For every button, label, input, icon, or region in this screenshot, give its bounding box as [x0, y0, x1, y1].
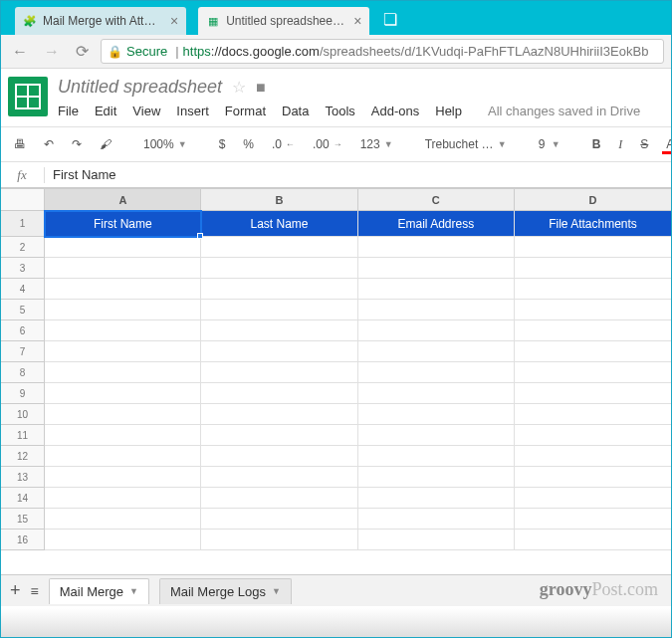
row-header[interactable]: 8 [1, 362, 45, 383]
bold-button[interactable]: B [588, 135, 605, 153]
cell[interactable] [515, 258, 672, 279]
redo-button[interactable]: ↷ [68, 135, 86, 153]
menu-edit[interactable]: Edit [95, 104, 116, 118]
cell[interactable] [357, 237, 514, 258]
cell[interactable] [357, 341, 514, 362]
star-icon[interactable]: ☆ [232, 78, 246, 97]
cell[interactable] [515, 446, 672, 467]
cell[interactable] [45, 446, 201, 467]
row-header[interactable]: 3 [1, 258, 45, 279]
cell[interactable] [45, 509, 201, 530]
row-header[interactable]: 6 [1, 320, 45, 341]
header-cell[interactable]: File Attachments [515, 211, 672, 237]
cell[interactable] [45, 279, 201, 300]
cell[interactable] [45, 488, 201, 509]
cell[interactable] [357, 425, 514, 446]
menu-data[interactable]: Data [282, 104, 309, 118]
row-header[interactable]: 5 [1, 300, 45, 320]
cell[interactable] [357, 362, 514, 383]
header-cell[interactable]: First Name [45, 211, 201, 237]
zoom-dropdown[interactable]: 100%▼ [139, 135, 191, 153]
menu-insert[interactable]: Insert [176, 104, 209, 118]
reload-button[interactable]: ⟳ [72, 42, 93, 61]
cell[interactable] [515, 341, 672, 362]
cell[interactable] [201, 279, 357, 300]
undo-button[interactable]: ↶ [40, 135, 58, 153]
cell[interactable] [515, 279, 672, 300]
row-header[interactable]: 2 [1, 237, 45, 258]
column-header[interactable]: B [201, 189, 357, 211]
cell[interactable] [515, 320, 672, 341]
sheets-logo-icon[interactable] [8, 77, 48, 116]
chevron-down-icon[interactable]: ▼ [272, 586, 281, 596]
strikethrough-button[interactable]: S [636, 135, 652, 153]
cell[interactable] [201, 300, 357, 320]
cell[interactable] [201, 404, 357, 425]
doc-title[interactable]: Untitled spreadsheet [58, 77, 222, 98]
cell[interactable] [357, 320, 514, 341]
folder-icon[interactable]: ■ [256, 79, 266, 97]
cell[interactable] [357, 258, 514, 279]
text-color-button[interactable]: A [662, 135, 672, 154]
cell[interactable] [45, 383, 201, 404]
menu-help[interactable]: Help [435, 104, 462, 118]
increase-decimal-button[interactable]: .00→ [309, 135, 346, 153]
cell[interactable] [45, 425, 201, 446]
row-header[interactable]: 9 [1, 383, 45, 404]
italic-button[interactable]: I [614, 135, 626, 154]
row-header[interactable]: 11 [1, 425, 45, 446]
font-dropdown[interactable]: Trebuchet …▼ [421, 135, 511, 153]
cell[interactable] [45, 467, 201, 488]
cell[interactable] [515, 362, 672, 383]
chevron-down-icon[interactable]: ▼ [129, 586, 138, 596]
more-formats-dropdown[interactable]: 123▼ [356, 135, 397, 153]
font-size-dropdown[interactable]: 9▼ [535, 135, 564, 153]
print-button[interactable]: 🖶 [10, 135, 30, 153]
cell[interactable] [45, 320, 201, 341]
row-header[interactable]: 16 [1, 530, 45, 550]
cell[interactable] [201, 509, 357, 530]
cell[interactable] [201, 425, 357, 446]
cell[interactable] [515, 404, 672, 425]
cell[interactable] [201, 341, 357, 362]
cell[interactable] [45, 404, 201, 425]
cell[interactable] [357, 530, 514, 550]
sheet-tab-active[interactable]: Mail Merge ▼ [49, 578, 149, 604]
header-cell[interactable]: Email Address [357, 211, 514, 237]
row-header[interactable]: 7 [1, 341, 45, 362]
cell[interactable] [201, 467, 357, 488]
row-header[interactable]: 13 [1, 467, 45, 488]
cell[interactable] [45, 530, 201, 550]
cell[interactable] [357, 383, 514, 404]
row-header[interactable]: 15 [1, 509, 45, 530]
format-percent-button[interactable]: % [239, 135, 258, 153]
row-header[interactable]: 10 [1, 404, 45, 425]
cell[interactable] [357, 446, 514, 467]
browser-tab[interactable]: 🧩 Mail Merge with Attachm × [15, 7, 186, 35]
cell[interactable] [515, 237, 672, 258]
format-currency-button[interactable]: $ [215, 135, 230, 153]
forward-button[interactable]: → [40, 43, 64, 61]
cell[interactable] [201, 258, 357, 279]
close-icon[interactable]: × [353, 13, 361, 29]
cell[interactable] [515, 509, 672, 530]
browser-tab-active[interactable]: ▦ Untitled spreadsheet - G × [198, 7, 369, 35]
column-header[interactable]: C [357, 189, 514, 211]
row-header[interactable]: 1 [1, 211, 45, 237]
select-all-corner[interactable] [1, 189, 45, 211]
menu-tools[interactable]: Tools [325, 104, 354, 118]
cell[interactable] [45, 362, 201, 383]
cell[interactable] [201, 446, 357, 467]
cell[interactable] [201, 320, 357, 341]
cell[interactable] [201, 488, 357, 509]
cell[interactable] [357, 509, 514, 530]
menu-file[interactable]: File [58, 104, 79, 118]
back-button[interactable]: ← [8, 43, 32, 61]
cell[interactable] [45, 258, 201, 279]
cell[interactable] [515, 467, 672, 488]
sheet-tab[interactable]: Mail Merge Logs ▼ [159, 578, 292, 604]
cell[interactable] [515, 300, 672, 320]
cell[interactable] [515, 425, 672, 446]
cell[interactable] [515, 530, 672, 550]
row-header[interactable]: 12 [1, 446, 45, 467]
